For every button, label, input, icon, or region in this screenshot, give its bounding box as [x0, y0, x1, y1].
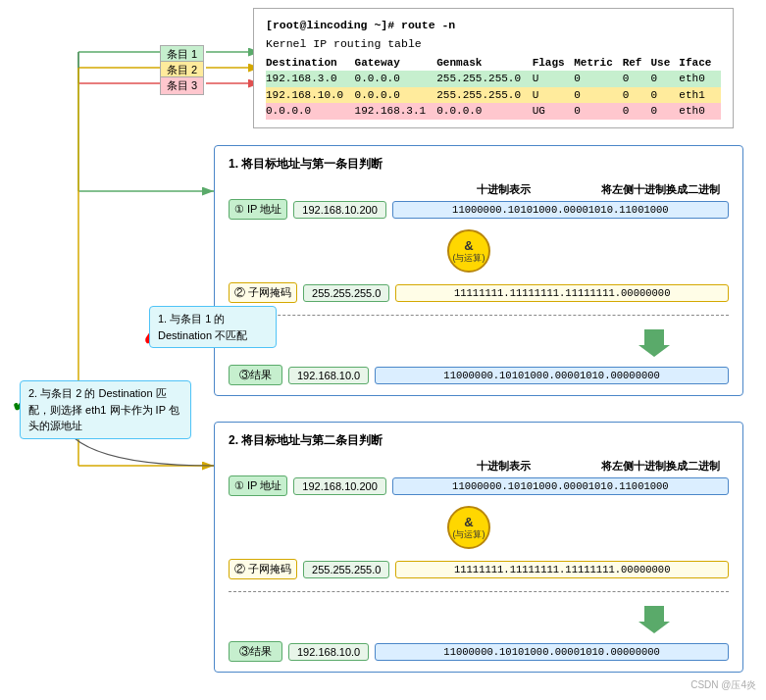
table-row-2: 192.168.10.00.0.0.0255.255.255.0U000eth1 — [266, 87, 721, 104]
terminal-prompt: [root@lincoding ~]# route -n — [266, 17, 721, 33]
section2-ip-row: ① IP 地址 192.168.10.200 11000000.10101000… — [229, 475, 729, 496]
section1-and-row: & (与运算) — [229, 225, 729, 276]
col-ref: Ref — [623, 55, 651, 72]
section1-col-decimal: 十进制表示 — [415, 182, 591, 197]
section1-arrow-svg — [638, 329, 670, 357]
section2-col-decimal: 十进制表示 — [415, 459, 591, 474]
col-genmask: Genmask — [436, 55, 532, 72]
section2-mask-label: ② 子网掩码 — [229, 559, 297, 579]
routing-tbody: 192.168.3.00.0.0.0255.255.255.0U000eth01… — [266, 71, 721, 120]
section1-box: 1. 将目标地址与第一条目判断 十进制表示 将左侧十进制换成二进制 ① IP 地… — [214, 145, 743, 396]
section2-and-row: & (与运算) — [229, 502, 729, 553]
section1-inner: ① IP 地址 192.168.10.200 11000000.10101000… — [229, 199, 729, 385]
section1-ip-label: ① IP 地址 — [229, 199, 287, 220]
section2-and-label: (与运算) — [453, 529, 485, 540]
section1-and-label: (与运算) — [453, 253, 485, 264]
section2-mask-binary: 11111111.11111111.11111111.00000000 — [395, 561, 729, 578]
svg-marker-15 — [638, 329, 670, 357]
section2-col-headers: 十进制表示 将左侧十进制换成二进制 — [229, 459, 729, 474]
section1-col-headers: 十进制表示 将左侧十进制换成二进制 — [229, 182, 729, 197]
section2-ip-binary: 11000000.10101000.00001010.11001000 — [392, 477, 729, 495]
section2-col-binary: 将左侧十进制换成二进制 — [591, 459, 729, 474]
section2-result-row: ③结果 192.168.10.0 11000000.10101000.00001… — [229, 641, 729, 662]
table-header-row: Destination Gateway Genmask Flags Metric… — [266, 55, 721, 72]
watermark: CSDN @压4炎 — [690, 678, 756, 692]
section1-mask-label: ② 子网掩码 — [229, 282, 297, 303]
table-row-3: 0.0.0.0192.168.3.10.0.0.0UG000eth0 — [266, 103, 721, 120]
section1-dashed — [229, 315, 729, 316]
section1-mask-row: ② 子网掩码 255.255.255.0 11111111.11111111.1… — [229, 282, 729, 303]
col-destination: Destination — [266, 55, 355, 72]
section1-arrow — [229, 329, 729, 357]
section2-arrow-svg — [638, 606, 670, 633]
section1-and-sym: & — [464, 238, 473, 254]
col-iface: Iface — [679, 55, 721, 72]
section2-title: 2. 将目标地址与第二条目判断 — [229, 432, 729, 449]
section1-result-label: ③结果 — [229, 365, 282, 385]
section1-title: 1. 将目标地址与第一条目判断 — [229, 156, 729, 173]
section1-ip-value: 192.168.10.200 — [293, 201, 385, 219]
section2-box: 2. 将目标地址与第二条目判断 十进制表示 将左侧十进制换成二进制 ① IP 地… — [214, 422, 743, 673]
col-use: Use — [651, 55, 680, 72]
main-container: [root@lincoding ~]# route -n Kernel IP r… — [0, 0, 766, 700]
section1-result-value: 192.168.10.0 — [288, 367, 369, 384]
section2-mask-value: 255.255.255.0 — [303, 561, 389, 578]
section2-ip-value: 192.168.10.200 — [293, 477, 385, 495]
section2-mask-row: ② 子网掩码 255.255.255.0 11111111.11111111.1… — [229, 559, 729, 579]
callout2-box: 2. 与条目 2 的 Destination 匹配，则选择 eth1 网卡作为 … — [20, 380, 191, 439]
section2-dashed — [229, 591, 729, 592]
terminal-box: [root@lincoding ~]# route -n Kernel IP r… — [253, 8, 734, 128]
section1-ip-binary: 11000000.10101000.00001010.11001000 — [392, 201, 729, 219]
section1-result-binary: 11000000.10101000.00001010.00000000 — [375, 367, 729, 384]
svg-marker-16 — [638, 606, 670, 633]
section2-result-value: 192.168.10.0 — [288, 643, 369, 661]
callout2-text: 2. 与条目 2 的 Destination 匹配，则选择 eth1 网卡作为 … — [28, 387, 179, 431]
section2-ip-label: ① IP 地址 — [229, 475, 287, 496]
table-title: Kernel IP routing table — [266, 35, 721, 52]
section1-result-row: ③结果 192.168.10.0 11000000.10101000.00001… — [229, 365, 729, 385]
callout1-box: 1. 与条目 1 的 Destination 不匹配 — [149, 306, 277, 348]
col-gateway: Gateway — [355, 55, 437, 72]
section2-inner: ① IP 地址 192.168.10.200 11000000.10101000… — [229, 475, 729, 662]
callout1-text: 1. 与条目 1 的 Destination 不匹配 — [158, 313, 247, 341]
section2-and-circle: & (与运算) — [447, 506, 490, 549]
section1-mask-binary: 11111111.11111111.11111111.00000000 — [395, 284, 729, 302]
col-flags: Flags — [533, 55, 575, 72]
section2-result-binary: 11000000.10101000.00001010.00000000 — [375, 643, 729, 661]
label-tiao3: 条目 3 — [160, 76, 204, 95]
routing-table: Destination Gateway Genmask Flags Metric… — [266, 55, 721, 120]
section1-ip-row: ① IP 地址 192.168.10.200 11000000.10101000… — [229, 199, 729, 220]
table-row-1: 192.168.3.00.0.0.0255.255.255.0U000eth0 — [266, 71, 721, 87]
section2-arrow — [229, 606, 729, 633]
section1-and-circle: & (与运算) — [447, 229, 490, 273]
col-metric: Metric — [574, 55, 622, 72]
section1-col-binary: 将左侧十进制换成二进制 — [591, 182, 729, 197]
section2-and-sym: & — [464, 515, 473, 530]
section2-result-label: ③结果 — [229, 641, 282, 662]
section1-mask-value: 255.255.255.0 — [303, 284, 389, 302]
